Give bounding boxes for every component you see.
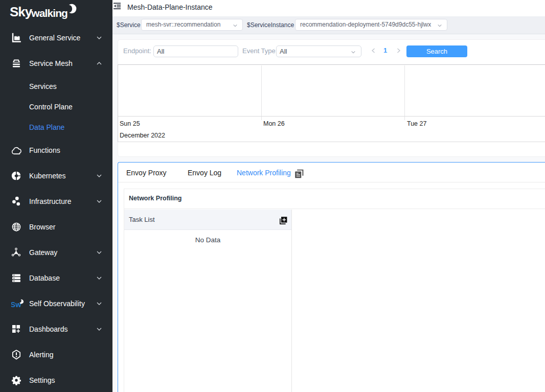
- svg-text:Sw: Sw: [11, 301, 21, 309]
